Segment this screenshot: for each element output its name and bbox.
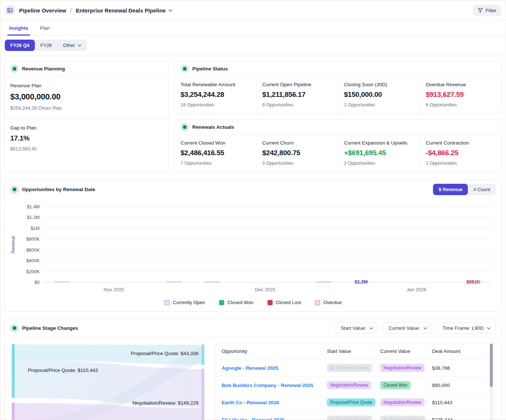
table-row: Earth Co - Renewal 2026Proposal/Price Qu… xyxy=(216,394,489,411)
period-filter-row: FY26 Q4FY26Other xyxy=(0,36,506,56)
start-value-badge: Id. Decision Makers xyxy=(327,364,372,372)
deal-amount: $90,000 xyxy=(426,377,489,394)
pipeline-selector[interactable]: Enterprise Renewal Deals Pipeline xyxy=(76,7,172,14)
start-value-badge: Negotiation/Review xyxy=(327,381,371,389)
renewals-actuals-card: Renewals Actuals Current Closed Won$2,48… xyxy=(174,119,502,172)
y-tick-label: $1.4M xyxy=(27,204,40,209)
gridline xyxy=(43,260,492,261)
stat-label: Current Expansion & Upsells xyxy=(344,140,414,146)
stat-label: Closing Soon (30D) xyxy=(344,82,414,87)
card-title: Pipeline Status xyxy=(192,66,228,72)
y-axis-title: Revenue xyxy=(10,207,17,282)
stat-opportunity-count: 7 Opportunities xyxy=(181,161,250,166)
breadcrumb-separator: / xyxy=(70,7,72,14)
opportunity-link[interactable]: Bob Builders Company - Renewal 2025 xyxy=(222,383,313,388)
top-bar: Pipeline Overview / Enterprise Renewal D… xyxy=(0,0,506,21)
period-filter-fy26[interactable]: FY26 xyxy=(35,40,57,51)
stat-value: $150,000.00 xyxy=(344,91,414,99)
column-header-start-value[interactable]: Start Value xyxy=(321,343,374,359)
toggle-revenue[interactable]: $ Revenue xyxy=(433,184,468,195)
dropdown-time-frame-l90d[interactable]: Time Frame: L90D xyxy=(437,322,496,334)
stat-total-renewable-amount: Total Renewable Amount$3,254,244.2818 Op… xyxy=(175,77,256,114)
chevron-down-icon xyxy=(487,327,491,329)
column-header-opportunity[interactable]: Opportunity xyxy=(216,343,321,359)
gridline xyxy=(43,271,492,272)
legend-item-closed-lost[interactable]: Closed Lost xyxy=(267,300,301,305)
stat-value: $242,800.75 xyxy=(262,149,332,157)
pipeline-overview-page: Pipeline Overview / Enterprise Renewal D… xyxy=(0,0,506,420)
stat-value: $913,627.59 xyxy=(426,91,496,99)
current-value-badge: Negotiation/Review xyxy=(380,398,425,406)
column-header-deal-amount[interactable]: Deal Amount xyxy=(426,343,489,359)
column-header-current-value[interactable]: Current Value xyxy=(374,343,426,359)
x-tick-label: Dec 2025 xyxy=(189,287,341,292)
dropdown-current-value[interactable]: Current Value: xyxy=(383,322,432,334)
opportunity-link[interactable]: Agoogle - Renewal 2025 xyxy=(222,365,279,371)
sankey-label-right-top: Proposal/Price Quote: $43,338 xyxy=(131,351,199,356)
dropdown-start-value[interactable]: Start Value: xyxy=(335,322,378,334)
bar-chart: Revenue $0$200K$400K$600K$800K$1M$1.2M$1… xyxy=(4,197,502,282)
stat-current-expansion-upsells: Current Expansion & Upsells+$691,695.453… xyxy=(338,135,420,172)
period-filter-fy26-q4[interactable]: FY26 Q4 xyxy=(5,40,35,51)
opportunity-link[interactable]: Earth Co - Renewal 2026 xyxy=(222,400,279,405)
chart-mode-toggle: $ Revenue# Count xyxy=(433,184,496,195)
gridline xyxy=(43,228,492,229)
legend-item-overdue[interactable]: Overdue xyxy=(315,300,342,305)
legend-item-closed-won[interactable]: Closed Won xyxy=(219,300,254,305)
table-header-row: OpportunityStart ValueCurrent ValueDeal … xyxy=(216,343,489,359)
tab-insights[interactable]: Insights xyxy=(9,21,28,35)
stat-label: Current Closed Won xyxy=(181,140,250,146)
legend-item-currently-open[interactable]: Currently Open xyxy=(164,300,205,305)
legend-swatch xyxy=(164,300,170,305)
section-icon xyxy=(10,324,18,332)
filter-button[interactable]: Filter xyxy=(473,5,501,16)
bar-value-label: $450K xyxy=(92,280,107,285)
gridline xyxy=(43,217,492,218)
stat-label: Current Contraction xyxy=(426,140,496,146)
bar-value-label: $243K xyxy=(130,280,144,285)
card-title: Renewals Actuals xyxy=(192,124,234,130)
stat-current-contraction: Current Contraction-$4,866.251 Opportuni… xyxy=(420,135,502,172)
section-icon xyxy=(181,65,189,73)
chevron-down-icon xyxy=(168,9,172,12)
table-row: Agoogle - Renewal 2025Id. Decision Maker… xyxy=(216,359,489,377)
table-scrollbar-thumb[interactable] xyxy=(490,344,493,387)
dashboard-image-icon[interactable] xyxy=(5,5,15,15)
current-value-badge: Id. Decision Makers xyxy=(380,416,425,420)
sankey-label-right-bottom: Negotiation/Review: $149,229 xyxy=(132,400,199,406)
section-icon xyxy=(10,186,18,194)
deal-amount: $110,443 xyxy=(426,394,489,411)
period-filter-other[interactable]: Other xyxy=(58,40,87,51)
chart-title: Opportunities by Renewal Date xyxy=(22,187,95,192)
stat-opportunity-count: 2 Opportunities xyxy=(344,102,414,107)
stat-label: Current Churn xyxy=(262,140,332,146)
period-filter-group: FY26 Q4FY26Other xyxy=(5,40,87,51)
deal-amount: $38,786 xyxy=(426,359,489,377)
x-tick-label: Nov 2025 xyxy=(38,287,189,292)
sankey-node-left-bottom xyxy=(12,403,15,420)
chevron-down-icon xyxy=(423,327,427,329)
gridline xyxy=(43,250,492,250)
sankey-node-right-top xyxy=(201,344,204,365)
opportunity-link[interactable]: Eli Lilly Inc - Renewal 2026 xyxy=(222,417,284,420)
stat-value: +$691,695.45 xyxy=(344,149,414,157)
pipeline-stage-changes-card: Pipeline Stage Changes Start Value:Curre… xyxy=(4,319,502,420)
table-row: Bob Builders Company - Renewal 2025Negot… xyxy=(216,377,489,394)
legend-swatch xyxy=(315,300,320,305)
legend-swatch xyxy=(267,300,273,305)
funnel-icon xyxy=(478,8,483,13)
gap-to-plan-sub: $513,583.45 xyxy=(10,146,162,151)
y-tick-label: $200K xyxy=(26,269,40,274)
tab-plan[interactable]: Plan xyxy=(40,21,50,35)
start-value-badge: Proposal/Price Quote xyxy=(327,398,375,406)
stat-overdue-revenue: Overdue Revenue$913,627.596 Opportunitie… xyxy=(420,77,502,114)
stat-opportunity-count: 6 Opportunities xyxy=(426,102,496,107)
sankey-node-right-bottom xyxy=(201,369,204,420)
table-body: Agoogle - Renewal 2025Id. Decision Maker… xyxy=(216,359,489,420)
toggle-count[interactable]: # Count xyxy=(468,184,496,195)
stat-current-closed-won: Current Closed Won$2,486,416.557 Opportu… xyxy=(175,135,256,172)
chart-legend: Currently OpenClosed WonClosed LostOverd… xyxy=(4,292,502,311)
sankey-label-left: Proposal/Price Quote: $110,443 xyxy=(28,368,98,373)
renewals-actuals-stats: Current Closed Won$2,486,416.557 Opportu… xyxy=(175,135,502,172)
y-tick-label: $0 xyxy=(34,280,40,285)
